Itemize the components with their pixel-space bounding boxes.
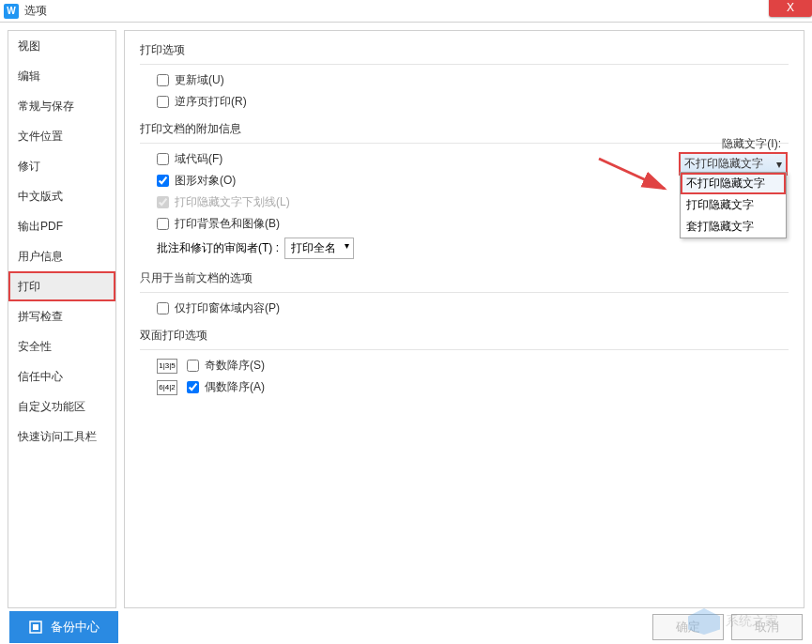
sidebar-item-user-info[interactable]: 用户信息: [8, 241, 115, 271]
titlebar: W 选项 X: [0, 0, 812, 23]
backup-icon: [28, 620, 43, 635]
field-code-checkbox[interactable]: [157, 153, 169, 165]
group-title: 只用于当前文档的选项: [140, 270, 789, 286]
sidebar-item-edit[interactable]: 编辑: [8, 61, 115, 91]
sidebar-item-file-location[interactable]: 文件位置: [8, 121, 115, 151]
group-duplex: 双面打印选项 1|3|5 奇数降序(S) 6|4|2 偶数降序(A): [140, 328, 789, 395]
hidden-text-dropdown-list: 不打印隐藏文字 打印隐藏文字 套打隐藏文字: [680, 172, 787, 238]
group-current-doc: 只用于当前文档的选项 仅打印窗体域内容(P): [140, 270, 789, 316]
sidebar-item-output-pdf[interactable]: 输出PDF: [8, 211, 115, 241]
hidden-text-option-0[interactable]: 不打印隐藏文字: [681, 173, 786, 194]
group-title: 双面打印选项: [140, 328, 789, 344]
hidden-text-selected: 不打印隐藏文字: [684, 156, 763, 172]
content-panel: 打印选项 更新域(U) 逆序页打印(R) 打印文档的附加信息 域代码(F): [124, 30, 804, 608]
backup-label: 备份中心: [51, 619, 100, 636]
hidden-underline-checkbox: [157, 196, 169, 208]
sidebar-item-view[interactable]: 视图: [8, 31, 115, 61]
sidebar-item-print[interactable]: 打印: [8, 271, 115, 301]
form-only-checkbox[interactable]: [157, 302, 169, 314]
reviewer-select[interactable]: 打印全名: [284, 238, 354, 259]
odd-desc-checkbox[interactable]: [187, 360, 199, 372]
graphic-object-checkbox[interactable]: [157, 175, 169, 187]
chevron-down-icon: ▾: [776, 158, 782, 171]
hidden-text-label: 隐藏文字(I):: [722, 136, 781, 152]
background-checkbox[interactable]: [157, 218, 169, 230]
hidden-text-option-2[interactable]: 套打隐藏文字: [681, 216, 786, 238]
update-fields-label: 更新域(U): [175, 72, 224, 88]
reviewer-label: 批注和修订的审阅者(T) :: [157, 240, 279, 256]
sidebar-item-spellcheck[interactable]: 拼写检查: [8, 301, 115, 331]
sidebar-item-general-save[interactable]: 常规与保存: [8, 91, 115, 121]
sidebar-item-security[interactable]: 安全性: [8, 331, 115, 361]
ok-button[interactable]: 确定: [652, 614, 724, 640]
sidebar-item-revision[interactable]: 修订: [8, 151, 115, 181]
sidebar-item-cjk-layout[interactable]: 中文版式: [8, 181, 115, 211]
footer: 备份中心 确定 取消 系统之家: [0, 610, 812, 644]
update-fields-checkbox[interactable]: [157, 74, 169, 86]
reverse-print-checkbox[interactable]: [157, 96, 169, 108]
form-only-label: 仅打印窗体域内容(P): [175, 300, 280, 316]
reverse-print-label: 逆序页打印(R): [175, 94, 247, 110]
window-title: 选项: [24, 3, 47, 19]
odd-pages-icon: 1|3|5: [157, 359, 177, 374]
sidebar-item-customize-ribbon[interactable]: 自定义功能区: [8, 391, 115, 422]
sidebar: 视图 编辑 常规与保存 文件位置 修订 中文版式 输出PDF 用户信息 打印 拼…: [8, 30, 116, 608]
even-desc-label: 偶数降序(A): [205, 379, 265, 395]
group-title: 打印文档的附加信息: [140, 121, 789, 137]
even-pages-icon: 6|4|2: [157, 380, 177, 395]
field-code-label: 域代码(F): [175, 151, 222, 167]
sidebar-item-trust-center[interactable]: 信任中心: [8, 361, 115, 391]
hidden-text-option-1[interactable]: 打印隐藏文字: [681, 194, 786, 216]
even-desc-checkbox[interactable]: [187, 381, 199, 393]
backup-center-button[interactable]: 备份中心: [9, 611, 118, 643]
sidebar-item-quick-access[interactable]: 快速访问工具栏: [8, 422, 115, 452]
graphic-object-label: 图形对象(O): [175, 173, 236, 189]
cancel-button[interactable]: 取消: [731, 614, 803, 640]
odd-desc-label: 奇数降序(S): [205, 358, 265, 374]
background-label: 打印背景色和图像(B): [175, 216, 280, 232]
group-print-options: 打印选项 更新域(U) 逆序页打印(R): [140, 42, 789, 110]
app-icon: W: [4, 4, 19, 19]
group-title: 打印选项: [140, 42, 789, 58]
hidden-underline-label: 打印隐藏文字下划线(L): [175, 194, 290, 210]
svg-rect-2: [33, 624, 38, 630]
close-button[interactable]: X: [769, 0, 812, 17]
